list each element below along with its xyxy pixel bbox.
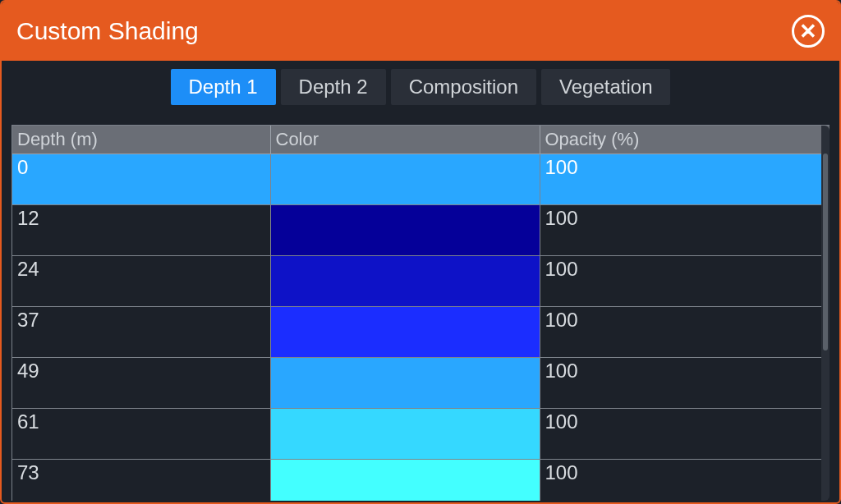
opacity-cell[interactable]: 100 (540, 205, 830, 256)
titlebar: Custom Shading ✕ (2, 2, 839, 61)
table-row[interactable]: 0100 (12, 154, 830, 205)
column-header-color[interactable]: Color (270, 126, 540, 154)
shading-table: Depth (m) Color Opacity (%) 010012100241… (12, 126, 830, 501)
vertical-scrollbar[interactable] (821, 126, 830, 501)
color-cell[interactable] (270, 460, 540, 502)
depth-cell[interactable]: 49 (12, 358, 270, 409)
table-row[interactable]: 24100 (12, 256, 830, 307)
depth-cell[interactable]: 24 (12, 256, 270, 307)
depth-cell[interactable]: 0 (12, 154, 270, 205)
depth-value: 0 (17, 154, 265, 179)
color-cell[interactable] (270, 409, 540, 460)
window-title: Custom Shading (16, 17, 199, 45)
custom-shading-window: Custom Shading ✕ Depth 1 Depth 2 Composi… (0, 0, 841, 504)
depth-value: 12 (17, 205, 265, 230)
opacity-value: 100 (545, 256, 816, 281)
opacity-value: 100 (545, 460, 816, 484)
opacity-cell[interactable]: 100 (540, 256, 830, 307)
color-swatch (271, 205, 540, 255)
color-cell[interactable] (270, 358, 540, 409)
table-row[interactable]: 37100 (12, 307, 830, 358)
depth-cell[interactable]: 12 (12, 205, 270, 256)
color-cell[interactable] (270, 154, 540, 205)
close-icon: ✕ (799, 21, 817, 42)
depth-value: 24 (17, 256, 265, 281)
tab-vegetation[interactable]: Vegetation (541, 69, 670, 105)
opacity-value: 100 (545, 154, 816, 179)
table-row[interactable]: 61100 (12, 409, 830, 460)
color-swatch (271, 358, 540, 408)
color-swatch (271, 460, 540, 501)
tab-composition[interactable]: Composition (391, 69, 536, 105)
opacity-value: 100 (545, 307, 816, 332)
table-row[interactable]: 12100 (12, 205, 830, 256)
opacity-cell[interactable]: 100 (540, 307, 830, 358)
depth-cell[interactable]: 37 (12, 307, 270, 358)
column-header-depth[interactable]: Depth (m) (12, 126, 270, 154)
depth-value: 61 (17, 409, 265, 433)
opacity-value: 100 (545, 409, 816, 433)
depth-cell[interactable]: 61 (12, 409, 270, 460)
table-row[interactable]: 73100 (12, 460, 830, 502)
depth-value: 37 (17, 307, 265, 332)
color-swatch (271, 409, 540, 459)
column-header-opacity[interactable]: Opacity (%) (540, 126, 830, 154)
table-row[interactable]: 49100 (12, 358, 830, 409)
opacity-value: 100 (545, 205, 816, 230)
opacity-value: 100 (545, 358, 816, 383)
color-swatch (271, 256, 540, 306)
shading-table-wrap: Depth (m) Color Opacity (%) 010012100241… (11, 125, 830, 501)
tab-depth-2[interactable]: Depth 2 (281, 69, 386, 105)
opacity-cell[interactable]: 100 (540, 460, 830, 502)
color-cell[interactable] (270, 256, 540, 307)
depth-value: 73 (17, 460, 265, 484)
color-swatch (271, 307, 540, 357)
tab-depth-1[interactable]: Depth 1 (171, 69, 276, 105)
scrollbar-thumb[interactable] (823, 153, 828, 351)
opacity-cell[interactable]: 100 (540, 358, 830, 409)
close-button[interactable]: ✕ (792, 15, 825, 48)
color-cell[interactable] (270, 205, 540, 256)
color-cell[interactable] (270, 307, 540, 358)
opacity-cell[interactable]: 100 (540, 154, 830, 205)
color-swatch (271, 154, 540, 204)
depth-cell[interactable]: 73 (12, 460, 270, 502)
opacity-cell[interactable]: 100 (540, 409, 830, 460)
depth-value: 49 (17, 358, 265, 383)
tabs-bar: Depth 1 Depth 2 Composition Vegetation (2, 61, 839, 108)
